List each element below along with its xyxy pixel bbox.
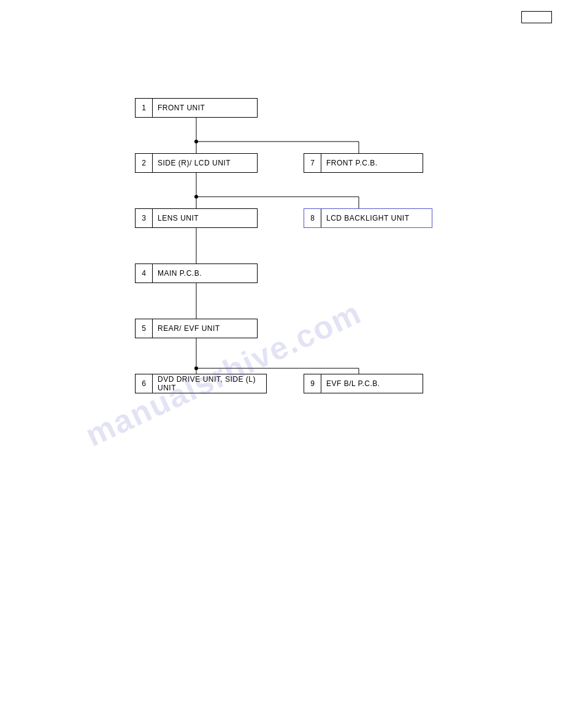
flow-box-9: 9 EVF B/L P.C.B. [304, 374, 423, 393]
flow-box-5: 5 REAR/ EVF UNIT [135, 319, 258, 338]
svg-point-4 [194, 140, 198, 143]
flow-box-1: 1 FRONT UNIT [135, 98, 258, 118]
svg-point-9 [194, 195, 198, 199]
page-number-box [521, 11, 552, 23]
box-4-label: MAIN P.C.B. [153, 269, 207, 278]
flow-box-8: 8 LCD BACKLIGHT UNIT [304, 208, 432, 228]
page-container: 1 FRONT UNIT 2 SIDE (R)/ LCD UNIT 3 LENS… [0, 0, 563, 728]
flow-box-6: 6 DVD DRIVE UNIT, SIDE (L) UNIT [135, 374, 267, 393]
flow-box-4: 4 MAIN P.C.B. [135, 264, 258, 283]
svg-point-16 [194, 366, 198, 370]
box-5-num: 5 [136, 319, 153, 338]
box-4-num: 4 [136, 264, 153, 282]
flow-box-7: 7 FRONT P.C.B. [304, 153, 423, 173]
box-2-num: 2 [136, 154, 153, 172]
box-1-label: FRONT UNIT [153, 104, 210, 112]
box-2-label: SIDE (R)/ LCD UNIT [153, 159, 236, 167]
box-5-label: REAR/ EVF UNIT [153, 324, 225, 333]
connector-svg [117, 86, 460, 392]
box-8-label: LCD BACKLIGHT UNIT [321, 214, 414, 222]
box-9-num: 9 [304, 374, 321, 393]
box-8-num: 8 [304, 209, 321, 227]
flow-box-3: 3 LENS UNIT [135, 208, 258, 228]
box-9-label: EVF B/L P.C.B. [321, 379, 385, 388]
box-6-num: 6 [136, 374, 153, 393]
box-6-label: DVD DRIVE UNIT, SIDE (L) UNIT [153, 375, 266, 392]
box-7-label: FRONT P.C.B. [321, 159, 383, 167]
box-7-num: 7 [304, 154, 321, 172]
box-3-label: LENS UNIT [153, 214, 204, 222]
flow-box-2: 2 SIDE (R)/ LCD UNIT [135, 153, 258, 173]
box-1-num: 1 [136, 99, 153, 117]
box-3-num: 3 [136, 209, 153, 227]
